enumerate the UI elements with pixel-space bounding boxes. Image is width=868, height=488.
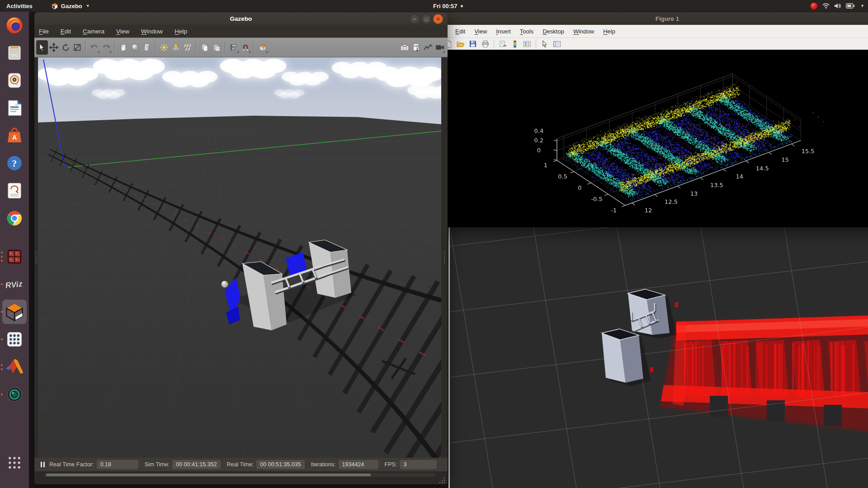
align-tool-button[interactable]: ▼	[228, 40, 240, 55]
dock-item-rhythmbox[interactable]	[4, 70, 25, 91]
figure-menu-window[interactable]: Window	[569, 28, 599, 35]
wifi-icon[interactable]	[822, 3, 830, 9]
scale-tool-button[interactable]	[71, 40, 83, 55]
colorbar-tool-button[interactable]	[510, 39, 519, 48]
gazebo-menu-file[interactable]: File	[34, 25, 55, 38]
gazebo-window-title: Gazebo	[230, 15, 252, 22]
pause-button[interactable]	[41, 462, 45, 467]
dock-item-rviz[interactable]: RViz	[4, 274, 25, 295]
pointer-tool-button[interactable]	[540, 39, 549, 48]
maximize-button[interactable]: □	[421, 14, 431, 24]
figure-menu-help[interactable]: Help	[599, 28, 620, 35]
volume-icon[interactable]	[834, 3, 841, 9]
gazebo-menu-edit[interactable]: Edit	[55, 25, 77, 38]
dock-item-chrome[interactable]	[4, 208, 25, 229]
plottools-tool-button[interactable]	[552, 39, 561, 48]
plot-tool-button[interactable]	[422, 40, 434, 55]
save-tool-button[interactable]	[468, 39, 477, 48]
notification-dot-icon	[461, 5, 463, 7]
desktop: Figure 1 − □ FileEditViewInsertToolsDesk…	[0, 0, 868, 488]
gazebo-3d-viewport[interactable]	[38, 57, 441, 458]
scrollbar-thumb[interactable]	[46, 474, 371, 476]
real-time-value: 00 00:51:35.035	[256, 460, 304, 469]
figure-menu-insert[interactable]: Insert	[491, 28, 515, 35]
terminator-icon: >_>_>_>_	[5, 248, 24, 266]
snap-tool-button[interactable]: ▼	[240, 40, 251, 55]
close-button[interactable]: ✕	[433, 14, 443, 24]
open-tool-button[interactable]	[456, 39, 465, 48]
dock-item-firefox[interactable]	[4, 15, 25, 36]
gazebo-menu-help[interactable]: Help	[169, 25, 193, 38]
rotate-tool-button[interactable]	[60, 40, 71, 55]
dock-item-libreoffice-writer[interactable]	[4, 98, 25, 118]
horizontal-scrollbar[interactable]	[44, 473, 436, 477]
link-tool-button[interactable]	[498, 39, 507, 48]
figure-menu-desktop[interactable]: Desktop	[538, 28, 569, 35]
undo-tool-button[interactable]: ▼	[89, 40, 100, 55]
dock-item-terminator[interactable]: >_>_>_>_	[4, 246, 25, 267]
legend-tool-button[interactable]	[523, 39, 532, 48]
log-tool-button[interactable]: LOG	[410, 40, 422, 55]
rviz-3d-viewport[interactable]	[450, 227, 868, 488]
toolbar-separator	[225, 41, 226, 54]
record-icon[interactable]	[810, 2, 818, 10]
cylinder-tool-button[interactable]	[141, 40, 153, 55]
svg-text:A: A	[12, 134, 17, 141]
battery-icon[interactable]	[846, 3, 855, 9]
spot-light-tool-button[interactable]	[170, 40, 182, 55]
chevron-down-icon[interactable]: ▼	[860, 4, 864, 8]
figure-titlebar[interactable]: Figure 1 − □	[432, 12, 868, 25]
dock-item-matlab[interactable]	[4, 357, 25, 377]
figure-menu-edit[interactable]: Edit	[451, 28, 470, 35]
gazebo-window: Gazebo − □ ✕ FileEditCameraViewWindowHel…	[34, 12, 448, 483]
print-tool-button[interactable]	[481, 39, 490, 48]
right-panel-splitter[interactable]	[441, 57, 448, 458]
screenshot-tool-button[interactable]	[399, 40, 410, 55]
files-icon	[5, 44, 24, 62]
figure-menu-view[interactable]: View	[470, 28, 491, 35]
left-panel-splitter[interactable]	[34, 57, 38, 458]
rtf-value: 0.18	[97, 460, 138, 469]
select-tool-button[interactable]	[36, 40, 48, 55]
dock-item-app-grid[interactable]	[4, 329, 25, 350]
app-grid-icon	[5, 330, 24, 348]
app-menu[interactable]: Gazebo ▼	[52, 3, 90, 9]
activities-button[interactable]: Activities	[6, 3, 33, 9]
sphere-tool-button[interactable]	[129, 40, 141, 55]
gazebo-menu-window[interactable]: Window	[135, 25, 169, 38]
dock-item-gazebo[interactable]	[2, 300, 27, 324]
matlab-icon	[5, 358, 24, 376]
rhythmbox-icon	[5, 71, 24, 89]
svg-text:RViz: RViz	[5, 279, 23, 290]
gazebo-menu-camera[interactable]: Camera	[77, 25, 110, 38]
dock-item-ubuntu-software[interactable]: A	[4, 125, 25, 146]
minimize-button[interactable]: −	[410, 14, 420, 24]
translate-tool-button[interactable]	[48, 40, 60, 55]
svg-text:LOG: LOG	[414, 44, 419, 47]
dock-item-files[interactable]	[4, 42, 25, 63]
rviz-3d-view[interactable]	[448, 227, 868, 488]
dock-item-camera-app[interactable]	[4, 384, 25, 405]
paste-tool-button[interactable]	[211, 40, 222, 55]
figure-plot-axes[interactable]	[432, 50, 868, 227]
gazebo-titlebar[interactable]: Gazebo − □ ✕	[34, 12, 448, 25]
toolbar-separator	[536, 40, 536, 48]
clock[interactable]: Fri 00:57	[433, 0, 463, 12]
resize-grip-icon[interactable]	[439, 477, 445, 483]
video-tool-button[interactable]: ▼	[434, 40, 446, 55]
toolbar-separator	[254, 41, 255, 54]
copy-tool-button[interactable]	[199, 40, 211, 55]
change-view-tool-button[interactable]: ▼	[257, 40, 269, 55]
gazebo-menubar: FileEditCameraViewWindowHelp	[34, 25, 448, 38]
redo-tool-button[interactable]: ▼	[100, 40, 112, 55]
chrome-icon	[5, 209, 24, 227]
figure-menu-tools[interactable]: Tools	[515, 28, 538, 35]
dock-item-document-viewer[interactable]	[4, 180, 25, 201]
dock-item-help[interactable]: ?	[4, 153, 25, 174]
directional-light-tool-button[interactable]	[182, 40, 193, 55]
box-tool-button[interactable]	[118, 40, 129, 55]
gazebo-menu-view[interactable]: View	[110, 25, 135, 38]
dock-item-show-apps[interactable]	[4, 452, 25, 473]
point-light-tool-button[interactable]	[158, 40, 170, 55]
toolbar-separator	[85, 41, 86, 54]
